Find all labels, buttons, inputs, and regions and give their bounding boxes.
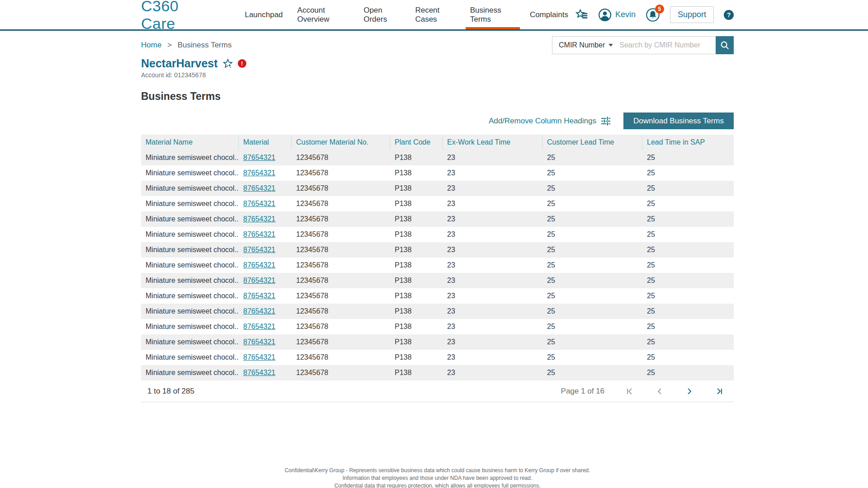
material-link[interactable]: 87654321	[243, 200, 275, 207]
favorite-star-icon[interactable]	[222, 58, 233, 69]
account-id: Account id: 012345678	[141, 71, 734, 79]
table-row[interactable]: Miniature semisweet chocol... 87654321 1…	[141, 211, 734, 227]
user-menu[interactable]: Kevin	[598, 8, 636, 22]
cell-lead-time-in-sap: 25	[642, 184, 734, 192]
nav-item-business-terms[interactable]: Business Terms	[463, 0, 523, 29]
page-title: Business Terms	[141, 90, 734, 103]
table-row[interactable]: Miniature semisweet chocol... 87654321 1…	[141, 196, 734, 211]
download-business-terms-button[interactable]: Download Business Terms	[623, 113, 734, 129]
notifications-button[interactable]: 5	[646, 8, 660, 22]
cell-customer-lead-time: 25	[542, 338, 642, 346]
table-row[interactable]: Miniature semisweet chocol... 87654321 1…	[141, 304, 734, 319]
add-remove-columns-link[interactable]: Add/Remove Column Headings	[489, 115, 612, 127]
cell-plant-code: P138	[390, 307, 443, 315]
breadcrumb-home-link[interactable]: Home	[141, 41, 161, 49]
cell-lead-time-in-sap: 25	[642, 307, 734, 315]
column-header-material-name[interactable]: Material Name	[141, 135, 239, 150]
favorites-list-icon[interactable]	[576, 9, 588, 21]
support-button[interactable]: Support	[670, 6, 714, 23]
cell-ex-work-lead-time: 23	[443, 307, 542, 315]
cell-material-name: Miniature semisweet chocol...	[141, 184, 239, 192]
column-header-ex-work-lead-time[interactable]: Ex-Work Lead Time	[443, 135, 542, 150]
material-link[interactable]: 87654321	[243, 261, 275, 269]
nav-item-open-orders[interactable]: Open Orders	[356, 0, 408, 29]
cell-plant-code: P138	[390, 261, 443, 269]
row-range-label: 1 to 18 of 285	[147, 387, 194, 396]
previous-page-button[interactable]	[648, 385, 671, 398]
search-bar: CMIR Number	[552, 36, 734, 54]
cell-customer-material-no: 12345678	[292, 246, 390, 254]
cell-customer-material-no: 12345678	[292, 323, 390, 331]
cell-ex-work-lead-time: 23	[443, 369, 542, 377]
table-row[interactable]: Miniature semisweet chocol... 87654321 1…	[141, 258, 734, 273]
material-link[interactable]: 87654321	[243, 307, 275, 315]
table-row[interactable]: Miniature semisweet chocol... 87654321 1…	[141, 334, 734, 350]
material-link[interactable]: 87654321	[243, 169, 275, 177]
cell-lead-time-in-sap: 25	[642, 261, 734, 269]
table-row[interactable]: Miniature semisweet chocol... 87654321 1…	[141, 273, 734, 288]
table-footer: 1 to 18 of 285 Page 1 of 16	[141, 380, 734, 402]
table-row[interactable]: Miniature semisweet chocol... 87654321 1…	[141, 150, 734, 165]
help-icon[interactable]: ?	[724, 10, 734, 20]
cell-plant-code: P138	[390, 215, 443, 223]
column-header-customer-lead-time[interactable]: Customer Lead Time	[542, 135, 642, 150]
first-page-button[interactable]	[618, 385, 642, 398]
nav-item-launchpad[interactable]: Launchpad	[237, 0, 290, 29]
cell-ex-work-lead-time: 23	[443, 246, 542, 254]
material-link[interactable]: 87654321	[243, 323, 275, 330]
search-input[interactable]	[619, 41, 716, 49]
account-alert-icon[interactable]: !	[238, 59, 246, 68]
cell-ex-work-lead-time: 23	[443, 200, 542, 208]
table-row[interactable]: Miniature semisweet chocol... 87654321 1…	[141, 227, 734, 242]
cell-customer-lead-time: 25	[542, 154, 642, 162]
table-row[interactable]: Miniature semisweet chocol... 87654321 1…	[141, 350, 734, 365]
material-link[interactable]: 87654321	[243, 184, 275, 192]
cell-customer-lead-time: 25	[542, 215, 642, 223]
cell-ex-work-lead-time: 23	[443, 277, 542, 285]
search-button[interactable]	[716, 36, 734, 54]
cell-plant-code: P138	[390, 200, 443, 208]
material-link[interactable]: 87654321	[243, 246, 275, 253]
cell-customer-material-no: 12345678	[292, 292, 390, 300]
cell-customer-lead-time: 25	[542, 353, 642, 361]
material-link[interactable]: 87654321	[243, 230, 275, 238]
column-header-material[interactable]: Material	[239, 135, 292, 150]
table-row[interactable]: Miniature semisweet chocol... 87654321 1…	[141, 365, 734, 380]
column-header-customer-material-no[interactable]: Customer Material No.	[292, 135, 390, 150]
material-link[interactable]: 87654321	[243, 353, 275, 361]
top-bar: C360 Care Launchpad Account Overview Ope…	[0, 0, 868, 31]
footer-line-1: Confidential\Kerry Group - Represents se…	[141, 467, 734, 474]
last-page-button[interactable]	[708, 385, 731, 398]
next-page-button[interactable]	[678, 385, 701, 398]
table-row[interactable]: Miniature semisweet chocol... 87654321 1…	[141, 181, 734, 196]
material-link[interactable]: 87654321	[243, 154, 275, 161]
cell-ex-work-lead-time: 23	[443, 230, 542, 239]
cell-lead-time-in-sap: 25	[642, 369, 734, 377]
search-filter-label: CMIR Number	[559, 41, 605, 49]
column-header-plant-code[interactable]: Plant Code	[390, 135, 443, 150]
cell-lead-time-in-sap: 25	[642, 277, 734, 285]
cell-plant-code: P138	[390, 292, 443, 300]
nav-item-recent-cases[interactable]: Recent Cases	[408, 0, 462, 29]
cell-customer-lead-time: 25	[542, 200, 642, 208]
table-row[interactable]: Miniature semisweet chocol... 87654321 1…	[141, 319, 734, 334]
cell-ex-work-lead-time: 23	[443, 338, 542, 346]
material-link[interactable]: 87654321	[243, 277, 275, 284]
cell-customer-material-no: 12345678	[292, 154, 390, 162]
table-row[interactable]: Miniature semisweet chocol... 87654321 1…	[141, 242, 734, 258]
material-link[interactable]: 87654321	[243, 292, 275, 300]
cell-lead-time-in-sap: 25	[642, 353, 734, 361]
cell-lead-time-in-sap: 25	[642, 292, 734, 300]
material-link[interactable]: 87654321	[243, 338, 275, 346]
material-link[interactable]: 87654321	[243, 215, 275, 223]
footer-line-3: Confidential data that requires protecti…	[141, 482, 734, 488]
notification-badge: 5	[655, 5, 664, 14]
table-row[interactable]: Miniature semisweet chocol... 87654321 1…	[141, 165, 734, 181]
table-row[interactable]: Miniature semisweet chocol... 87654321 1…	[141, 288, 734, 304]
cell-plant-code: P138	[390, 184, 443, 192]
nav-item-complaints[interactable]: Complaints	[523, 0, 576, 29]
column-header-lead-time-in-sap[interactable]: Lead Time in SAP	[642, 135, 734, 150]
material-link[interactable]: 87654321	[243, 369, 275, 376]
nav-item-account-overview[interactable]: Account Overview	[290, 0, 357, 29]
search-filter-dropdown[interactable]: CMIR Number	[552, 41, 619, 49]
